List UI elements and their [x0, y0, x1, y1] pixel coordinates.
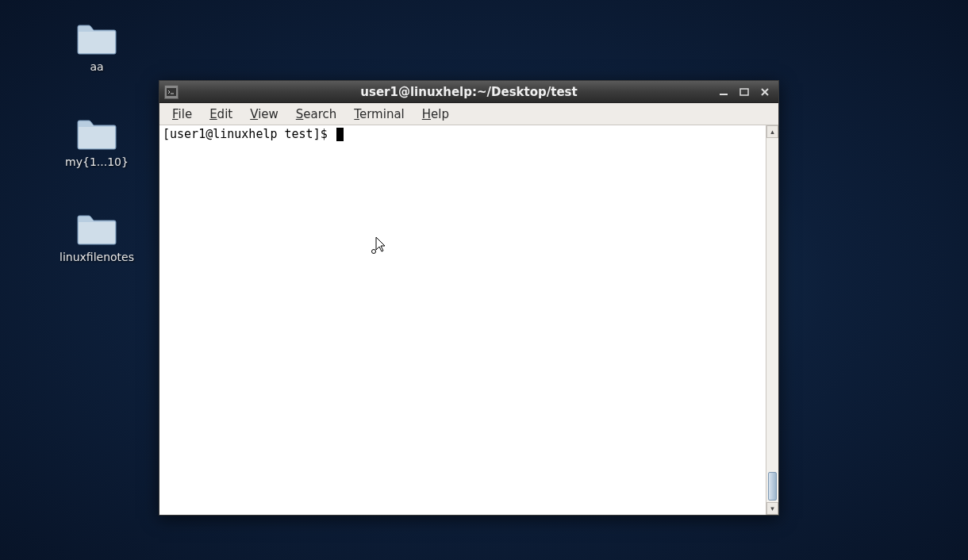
menu-search[interactable]: Search: [288, 105, 345, 123]
menu-terminal[interactable]: Terminal: [346, 105, 412, 123]
svg-rect-0: [167, 88, 176, 96]
terminal-text-area[interactable]: [user1@linuxhelp test]$: [159, 125, 766, 515]
terminal-scrollbar[interactable]: ▴ ▾: [766, 125, 778, 515]
terminal-cursor: [336, 128, 344, 141]
close-button[interactable]: [758, 86, 772, 98]
menubar: FileEditViewSearchTerminalHelp: [159, 103, 778, 125]
menu-help[interactable]: Help: [414, 105, 457, 123]
desktop-folder-aa[interactable]: aa: [57, 22, 136, 73]
folder-icon: [76, 117, 117, 151]
scrollbar-up-arrow-icon[interactable]: ▴: [766, 125, 778, 138]
desktop-folder-label: linuxfilenotes: [57, 251, 136, 263]
svg-rect-3: [740, 89, 748, 95]
terminal-app-icon: [164, 85, 179, 99]
desktop-folder-my[interactable]: my{1...10}: [57, 117, 136, 168]
maximize-button[interactable]: [737, 86, 751, 98]
desktop-folder-linuxfilenotes[interactable]: linuxfilenotes: [57, 213, 136, 263]
menu-edit[interactable]: Edit: [202, 105, 240, 123]
window-title: user1@linuxhelp:~/Desktop/test: [159, 85, 778, 99]
desktop-folder-label: my{1...10}: [57, 155, 136, 168]
window-titlebar[interactable]: user1@linuxhelp:~/Desktop/test: [159, 81, 778, 103]
terminal-window: user1@linuxhelp:~/Desktop/test FileEditV…: [159, 80, 779, 516]
desktop-folder-label: aa: [57, 60, 136, 73]
terminal-prompt: [user1@linuxhelp test]$: [163, 127, 335, 141]
menu-file[interactable]: File: [164, 105, 200, 123]
folder-icon: [76, 22, 117, 56]
scrollbar-thumb[interactable]: [768, 472, 777, 501]
scrollbar-down-arrow-icon[interactable]: ▾: [766, 502, 778, 515]
minimize-button[interactable]: [716, 86, 731, 98]
menu-view[interactable]: View: [242, 105, 286, 123]
folder-icon: [76, 213, 117, 246]
terminal-body: [user1@linuxhelp test]$ ▴ ▾: [159, 125, 778, 515]
